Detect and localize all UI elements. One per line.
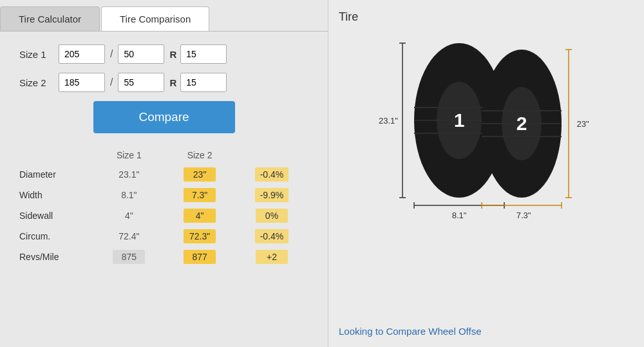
width-diff: -9.9%: [235, 185, 308, 205]
table-row: Sidewall 4" 4" 0%: [19, 205, 308, 226]
tire-visualization: 23.1" 23" 1 2 8.1": [364, 30, 609, 243]
diameter-diff: -0.4%: [235, 164, 308, 185]
circum-diff: -0.4%: [235, 226, 308, 247]
tab-bar: Tire Calculator Tire Comparison: [0, 0, 328, 31]
width1-label: 8.1": [452, 211, 467, 220]
tab-content: Size 1 / R Size 2 / R Compare Size 1 Si: [0, 31, 328, 280]
sidewall-val1: 4": [94, 205, 165, 226]
revs-val1: 875: [94, 247, 165, 267]
row-label: Sidewall: [19, 205, 94, 226]
size1-label: Size 1: [19, 49, 55, 60]
sidewall-val2: 4": [164, 205, 235, 226]
size2-rim-input[interactable]: [180, 73, 227, 92]
r-label1: R: [169, 49, 176, 60]
tire1-number: 1: [454, 109, 465, 131]
table-row: Revs/Mile 875 877 +2: [19, 247, 308, 267]
tab-comparison[interactable]: Tire Comparison: [101, 6, 209, 31]
row-label: Width: [19, 185, 94, 205]
tab-calculator[interactable]: Tire Calculator: [0, 6, 100, 31]
sidewall-diff: 0%: [235, 205, 308, 226]
separator1a: /: [109, 48, 114, 60]
row-label: Diameter: [19, 164, 94, 185]
right-panel-title: Tire: [339, 10, 358, 24]
tire2-number: 2: [516, 113, 527, 134]
height2-label: 23": [576, 119, 589, 129]
revs-diff: +2: [235, 247, 308, 267]
compare-wheel-link[interactable]: Looking to Compare Wheel Offse: [339, 326, 482, 337]
right-panel: Tire 23.1" 23" 1: [328, 0, 644, 347]
table-row: Diameter 23.1" 23" -0.4%: [19, 164, 308, 185]
circum-val2: 72.3": [164, 226, 235, 247]
compare-button[interactable]: Compare: [93, 101, 235, 133]
height1-label: 23.1": [379, 116, 398, 126]
width-val2: 7.3": [164, 185, 235, 205]
row-label: Circum.: [19, 226, 94, 247]
diameter-val1: 23.1": [94, 164, 165, 185]
row-label: Revs/Mile: [19, 247, 94, 267]
revs-val2: 877: [164, 247, 235, 267]
results-table: Size 1 Size 2 Diameter 23.1" 23" -0.4% W…: [19, 146, 308, 267]
size1-aspect-input[interactable]: [118, 44, 164, 64]
col-header-diff: [235, 146, 308, 164]
left-panel: Tire Calculator Tire Comparison Size 1 /…: [0, 0, 328, 347]
width2-label: 7.3": [516, 211, 531, 220]
col-header-size2: Size 2: [164, 146, 235, 164]
separator2a: /: [109, 77, 114, 88]
tire-svg: 23.1" 23" 1 2 8.1": [364, 30, 609, 223]
size2-label: Size 2: [19, 77, 55, 88]
size2-width-input[interactable]: [59, 73, 105, 92]
r-label2: R: [169, 77, 176, 88]
col-header-label: [19, 146, 94, 164]
table-row: Width 8.1" 7.3" -9.9%: [19, 185, 308, 205]
size1-width-input[interactable]: [59, 44, 105, 64]
width-val1: 8.1": [94, 185, 165, 205]
size2-row: Size 2 / R: [19, 73, 308, 92]
col-header-size1: Size 1: [94, 146, 165, 164]
size1-row: Size 1 / R: [19, 44, 308, 64]
size2-aspect-input[interactable]: [118, 73, 164, 92]
circum-val1: 72.4": [94, 226, 165, 247]
size1-rim-input[interactable]: [180, 44, 227, 64]
diameter-val2: 23": [164, 164, 235, 185]
table-row: Circum. 72.4" 72.3" -0.4%: [19, 226, 308, 247]
